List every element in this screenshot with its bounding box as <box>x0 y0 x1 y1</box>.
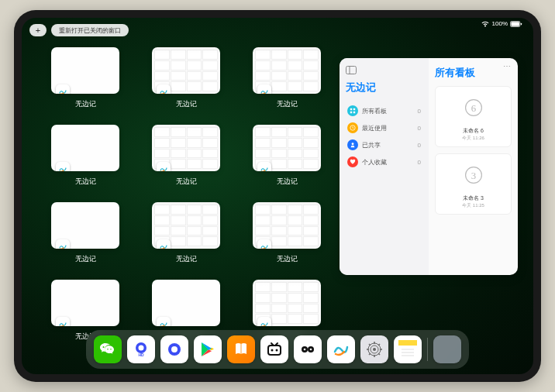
app-switcher-card[interactable]: 无边记 <box>248 47 326 109</box>
app-thumbnail <box>253 47 321 94</box>
app-thumbnail <box>152 125 220 171</box>
reopen-label: 重新打开已关闭的窗口 <box>59 26 121 35</box>
sidebar-menu-item[interactable]: 已共享0 <box>346 136 422 153</box>
app-switcher-card[interactable]: 无边记 <box>147 125 225 187</box>
dock-separator <box>427 338 428 361</box>
sidebar-right: ⋯ 所有看板 6未命名 6今天 11:263未命名 3今天 11:25 <box>429 58 518 275</box>
freeform-app-icon[interactable] <box>327 335 355 363</box>
svg-point-31 <box>171 346 178 352</box>
folder-app-icon[interactable] <box>433 335 461 363</box>
people-icon <box>347 139 358 150</box>
board-card[interactable]: 6未命名 6今天 11:26 <box>435 86 512 147</box>
app-label: 无边记 <box>176 99 197 109</box>
svg-line-47 <box>369 344 371 346</box>
freeform-app-icon <box>56 162 70 171</box>
board-preview: 3 <box>440 159 506 191</box>
svg-text:3: 3 <box>471 170 475 181</box>
app-label: 无边记 <box>75 177 96 187</box>
heart-icon <box>347 156 358 167</box>
reopen-closed-window-button[interactable]: 重新打开已关闭的窗口 <box>51 24 129 36</box>
board-name: 未命名 3 <box>440 194 506 202</box>
menu-count: 0 <box>418 142 421 149</box>
playstore-app-icon[interactable] <box>194 335 222 363</box>
quark-hd-app-icon[interactable]: HD <box>127 335 155 363</box>
freeform-app-icon <box>56 317 70 326</box>
menu-count: 0 <box>418 159 421 166</box>
menu-count: 0 <box>418 108 421 115</box>
board-date: 今天 11:26 <box>440 135 506 142</box>
board-date: 今天 11:25 <box>440 202 506 209</box>
board-preview: 6 <box>440 91 506 124</box>
bilibili-app-icon[interactable] <box>260 335 288 363</box>
ipad-frame: 100% + 重新打开已关闭的窗口 无边记无边记无边记无边记无边记无边记无边记无… <box>14 10 541 382</box>
svg-point-39 <box>310 349 312 351</box>
board-name: 未命名 6 <box>440 127 506 135</box>
plus-icon: + <box>36 26 40 35</box>
wechat-app-icon[interactable] <box>94 335 122 363</box>
quark-app-icon[interactable] <box>160 335 188 363</box>
app-thumbnail <box>51 47 119 94</box>
sidebar-title: 无边记 <box>346 81 422 95</box>
app-switcher-grid: 无边记无边记无边记无边记无边记无边记无边记无边记无边记无边记无边记无边记 <box>47 47 326 342</box>
menu-count: 0 <box>418 125 421 132</box>
sidebar-left: 无边记 所有看板0最近使用0已共享0个人收藏0 <box>340 58 429 275</box>
svg-point-42 <box>373 348 376 351</box>
sidebar-toggle-icon[interactable] <box>346 66 357 74</box>
svg-rect-19 <box>350 112 352 113</box>
app-thumbnail <box>51 202 119 249</box>
app-label: 无边记 <box>75 99 96 109</box>
svg-line-50 <box>378 344 380 346</box>
menu-label: 最近使用 <box>362 124 414 132</box>
svg-rect-17 <box>350 108 352 110</box>
svg-rect-15 <box>346 67 357 74</box>
app-label: 无边记 <box>75 254 96 264</box>
freeform-app-icon <box>157 317 171 326</box>
app-switcher-card[interactable]: 无边记 <box>47 125 124 187</box>
freeform-app-icon <box>56 239 70 249</box>
app-thumbnail <box>51 280 119 326</box>
svg-point-38 <box>304 349 306 351</box>
sidebar-menu-item[interactable]: 最近使用0 <box>346 119 422 136</box>
svg-rect-51 <box>398 340 417 346</box>
svg-rect-20 <box>353 112 355 113</box>
more-options-button[interactable]: ⋯ <box>503 62 512 70</box>
freeform-app-icon <box>56 84 70 94</box>
sidebar-menu-item[interactable]: 所有看板0 <box>346 102 422 119</box>
books-app-icon[interactable] <box>227 335 255 363</box>
app-thumbnail <box>152 47 220 94</box>
new-window-button[interactable]: + <box>29 24 47 36</box>
ximalaya-app-icon[interactable] <box>294 335 322 363</box>
status-bar: 100% <box>481 20 522 27</box>
app-switcher-card[interactable]: 无边记 <box>147 47 225 109</box>
freeform-app-icon <box>257 162 271 171</box>
svg-point-34 <box>271 349 274 352</box>
app-switcher-card[interactable]: 无边记 <box>248 202 326 264</box>
app-label: 无边记 <box>176 177 197 187</box>
svg-point-22 <box>352 143 354 145</box>
svg-text:6: 6 <box>471 103 476 114</box>
sidebar-menu-item[interactable]: 个人收藏0 <box>346 153 422 170</box>
clock-icon <box>347 122 358 133</box>
app-label: 无边记 <box>176 254 197 264</box>
app-thumbnail <box>253 202 321 249</box>
freeform-app-icon <box>157 239 171 249</box>
svg-rect-33 <box>268 346 281 355</box>
freeform-app-icon <box>257 84 271 94</box>
board-card[interactable]: 3未命名 3今天 11:25 <box>435 153 512 215</box>
svg-rect-1 <box>511 22 519 26</box>
freeform-app-icon <box>157 162 171 171</box>
settings-app-icon[interactable] <box>360 335 388 363</box>
ipad-screen: 100% + 重新打开已关闭的窗口 无边记无边记无边记无边记无边记无边记无边记无… <box>22 18 533 374</box>
app-label: 无边记 <box>277 254 298 264</box>
app-switcher-card[interactable]: 无边记 <box>47 47 124 109</box>
app-thumbnail <box>152 202 220 249</box>
menu-label: 所有看板 <box>362 107 414 115</box>
app-thumbnail <box>152 280 220 326</box>
app-switcher-card[interactable]: 无边记 <box>47 202 124 264</box>
app-switcher-card[interactable]: 无边记 <box>248 125 326 187</box>
dock: HD <box>86 330 469 369</box>
app-thumbnail <box>51 125 119 171</box>
app-switcher-card[interactable]: 无边记 <box>147 202 225 264</box>
notes-app-icon[interactable] <box>394 335 422 363</box>
freeform-app-icon <box>157 84 171 94</box>
